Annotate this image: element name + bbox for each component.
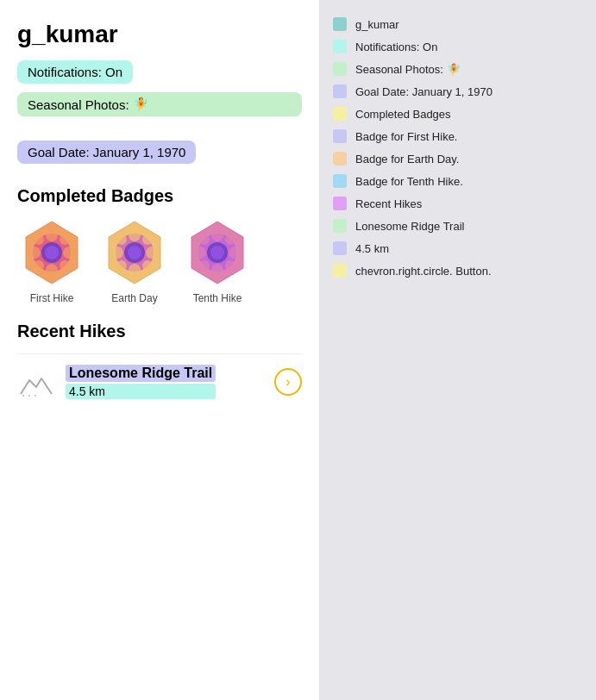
svg-point-7 [34, 234, 44, 245]
svg-point-19 [116, 234, 127, 245]
svg-point-23 [128, 246, 141, 259]
legend-item: Badge for Tenth Hike. [333, 174, 582, 188]
legend-color-swatch [333, 219, 347, 233]
seasonal-emoji: 🧚 [133, 97, 149, 112]
hike-row: Lonesome Ridge Trail 4.5 km › [17, 353, 302, 409]
legend-list: g_kumarNotifications: OnSeasonal Photos:… [333, 17, 582, 278]
legend-label-text: Goal Date: January 1, 1970 [355, 85, 492, 98]
legend-label-text: Completed Badges [355, 108, 451, 121]
legend-label-text: Badge for Tenth Hike. [355, 175, 463, 188]
legend-item: Notifications: On [333, 40, 582, 53]
svg-point-30 [229, 247, 241, 259]
legend-label-text: Seasonal Photos: 🧚 [355, 63, 461, 76]
badge-first-hike: First Hike [17, 218, 86, 304]
svg-point-28 [211, 264, 223, 276]
svg-point-17 [111, 247, 123, 259]
legend-item: Completed Badges [333, 107, 582, 121]
svg-point-20 [142, 234, 153, 245]
badge-first-hike-icon [17, 218, 86, 287]
legend-label-text: g_kumar [355, 18, 399, 31]
legend-color-swatch [333, 17, 347, 31]
legend-label-text: Badge for Earth Day. [355, 153, 459, 166]
legend-color-swatch [333, 264, 347, 278]
svg-point-32 [225, 234, 235, 245]
svg-point-16 [129, 264, 141, 276]
legend-item: Goal Date: January 1, 1970 [333, 84, 582, 98]
username: g_kumar [17, 21, 302, 48]
svg-point-10 [60, 260, 70, 271]
legend-item: Badge for First Hike. [333, 129, 582, 143]
legend-color-swatch [333, 174, 347, 188]
badge-tenth-hike: Tenth Hike [183, 218, 252, 304]
svg-point-31 [199, 234, 210, 245]
legend-label-text: Badge for First Hike. [355, 130, 458, 143]
badge-tenth-hike-label: Tenth Hike [193, 292, 242, 304]
svg-point-11 [45, 246, 59, 259]
legend-color-swatch [333, 152, 347, 166]
notifications-badge: Notifications: On [17, 60, 133, 84]
svg-point-34 [225, 260, 235, 271]
svg-point-6 [63, 247, 75, 259]
legend-color-swatch [333, 197, 347, 210]
chevron-right-icon: › [285, 374, 290, 390]
seasonal-badge: Seasonal Photos: 🧚 [17, 92, 302, 116]
svg-point-21 [116, 260, 127, 271]
chevron-right-button[interactable]: › [274, 368, 302, 396]
svg-point-9 [34, 260, 44, 271]
legend-item: 4.5 km [333, 241, 582, 255]
svg-point-29 [194, 247, 206, 259]
hike-name: Lonesome Ridge Trail [66, 365, 216, 382]
svg-point-15 [129, 229, 141, 241]
legend-color-swatch [333, 129, 347, 143]
left-panel: g_kumar Notifications: On Seasonal Photo… [0, 0, 319, 700]
goaldate-badge: Goal Date: January 1, 1970 [17, 141, 196, 164]
badge-first-hike-label: First Hike [30, 292, 74, 304]
legend-label-text: Lonesome Ridge Trail [355, 220, 464, 233]
svg-point-33 [199, 260, 210, 271]
svg-point-35 [210, 246, 224, 259]
trail-icon [17, 363, 55, 401]
right-panel: g_kumarNotifications: OnSeasonal Photos:… [319, 0, 596, 700]
legend-item: chevron.right.circle. Button. [333, 264, 582, 278]
svg-point-3 [46, 229, 58, 241]
legend-item: Recent Hikes [333, 197, 582, 210]
svg-point-4 [46, 264, 58, 276]
svg-point-18 [146, 247, 158, 259]
legend-label-text: Notifications: On [355, 41, 437, 53]
svg-point-8 [60, 234, 70, 245]
legend-item: Badge for Earth Day. [333, 152, 582, 166]
svg-point-27 [211, 229, 223, 241]
hike-distance: 4.5 km [66, 384, 216, 399]
hike-left: Lonesome Ridge Trail 4.5 km [17, 363, 216, 401]
svg-point-5 [28, 247, 41, 259]
legend-item: g_kumar [333, 17, 582, 31]
legend-color-swatch [333, 84, 347, 98]
badge-earth-day-label: Earth Day [111, 292, 157, 304]
svg-point-22 [142, 260, 153, 271]
badge-earth-day: Earth Day [100, 218, 169, 304]
completed-badges-title: Completed Badges [17, 186, 302, 206]
recent-hikes-title: Recent Hikes [17, 322, 302, 341]
legend-color-swatch [333, 40, 347, 53]
legend-item: Lonesome Ridge Trail [333, 219, 582, 233]
legend-label-text: Recent Hikes [355, 197, 422, 210]
badge-tenth-hike-icon [183, 218, 252, 287]
seasonal-label: Seasonal Photos: [28, 97, 129, 112]
legend-label-text: chevron.right.circle. Button. [355, 265, 492, 278]
badges-row: First Hike Earth Day [17, 218, 302, 304]
hike-info: Lonesome Ridge Trail 4.5 km [66, 365, 216, 399]
legend-item: Seasonal Photos: 🧚 [333, 62, 582, 76]
legend-color-swatch [333, 241, 347, 255]
legend-color-swatch [333, 62, 347, 76]
legend-color-swatch [333, 107, 347, 121]
badge-earth-day-icon [100, 218, 169, 287]
legend-label-text: 4.5 km [355, 242, 389, 255]
